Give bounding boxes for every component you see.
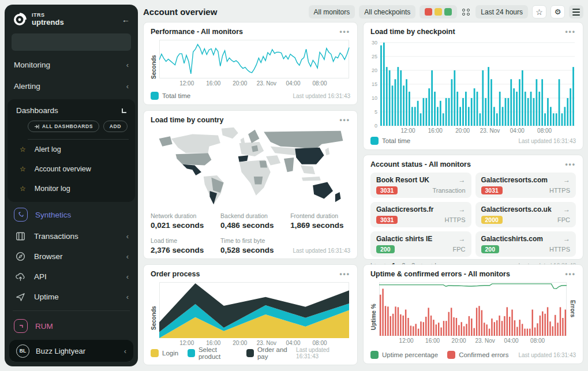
checkpoints-filter-button[interactable]: All checkpoints	[359, 5, 415, 18]
monitor-name: Book Resort UK	[376, 176, 429, 184]
y-axis-label: Seconds	[151, 38, 159, 88]
monitor-tile[interactable]: Galacticresorts.com→ 3031HTTPS	[475, 173, 576, 198]
star-icon: ☆	[20, 145, 26, 153]
monitor-type: HTTPS	[549, 246, 570, 253]
monitors-filter-button[interactable]: All monitors	[309, 5, 355, 18]
settings-button[interactable]: ⚙	[550, 5, 565, 18]
menu-button[interactable]	[569, 5, 583, 18]
sidebar-item-monitoring[interactable]: Monitoring ‹	[12, 54, 131, 76]
arrow-right-icon: →	[459, 235, 466, 243]
card-menu-icon[interactable]: •••	[339, 272, 350, 276]
warning-color-swatch	[435, 8, 442, 16]
dashboards-label: Dashboards	[16, 106, 58, 115]
sidebar-item-browser[interactable]: Browser ‹	[12, 246, 131, 267]
monitor-name: Galacticresorts.fr	[376, 205, 433, 213]
svg-text:04:00: 04:00	[510, 128, 525, 134]
monitor-name: Galacticresorts.co.uk	[481, 205, 552, 213]
sidebar-item-rum[interactable]: RUM	[12, 314, 131, 338]
status-badge: 200	[481, 245, 500, 253]
layout-grid-button[interactable]	[461, 5, 471, 18]
card-title: Account status - All monitors	[370, 160, 471, 168]
monitor-name: Galacticresorts.com	[481, 176, 548, 184]
sidebar-item-transactions[interactable]: Transactions ‹	[12, 226, 131, 246]
order-area-chart[interactable]: 12:0016:0020:0023. Nov04:0008:00	[159, 280, 350, 347]
status-colors-filter-button[interactable]	[420, 5, 457, 18]
sidebar-search-input[interactable]	[12, 33, 131, 51]
monitoring-label: Monitoring	[14, 61, 50, 69]
svg-text:25: 25	[372, 54, 377, 59]
svg-text:04:00: 04:00	[504, 338, 519, 344]
world-map[interactable]	[151, 125, 350, 210]
svg-text:23. Nov: 23. Nov	[257, 80, 276, 87]
brand: ITRS uptrends ←	[12, 10, 131, 28]
status-badge: 200	[376, 245, 395, 253]
monitor-tile[interactable]: Galacticresorts.co.uk→ 2000FPC	[475, 202, 576, 227]
chevron-left-icon: ‹	[126, 253, 129, 260]
svg-text:20:00: 20:00	[233, 80, 247, 87]
performance-card: Performance - All monitors ••• Seconds 1…	[143, 22, 358, 105]
last-updated: Last updated 16:31:43	[293, 248, 350, 254]
svg-text:16:00: 16:00	[206, 340, 220, 346]
card-menu-icon[interactable]: •••	[565, 30, 576, 33]
sidebar-item-api[interactable]: API ‹	[12, 267, 131, 287]
monitor-type: HTTPS	[549, 187, 570, 194]
stat-network-duration: Network duration 0,021 seconds	[151, 212, 220, 230]
star-icon: ☆	[20, 185, 26, 193]
legend-swatch	[151, 92, 159, 100]
svg-text:08:00: 08:00	[530, 338, 545, 344]
ok-color-swatch	[444, 8, 452, 16]
monitor-tile[interactable]: Galactic shirts IE→ 200FPC	[370, 231, 471, 257]
favorite-button[interactable]: ☆	[532, 5, 546, 18]
sidebar-item-infra[interactable]: Infra	[12, 365, 131, 366]
monitor-tile[interactable]: Galacticshirts.com→ 200HTTPS	[475, 231, 576, 257]
country-card: Load time by country •••	[143, 110, 358, 259]
error-color-swatch	[425, 8, 432, 16]
status-badge: 2000	[481, 216, 503, 224]
card-menu-icon[interactable]: •••	[565, 272, 576, 276]
legend-label: Select product	[199, 346, 237, 360]
sidebar-item-alerting[interactable]: Alerting ‹	[12, 76, 131, 97]
legend-swatch	[447, 351, 455, 359]
svg-text:04:00: 04:00	[286, 340, 300, 346]
svg-text:04:00: 04:00	[286, 80, 300, 87]
sidebar-collapse-icon[interactable]: ←	[122, 15, 130, 24]
svg-text:23. Nov: 23. Nov	[257, 340, 276, 346]
sidebar-item-uptime[interactable]: Uptime ‹	[12, 287, 131, 307]
sidebar-item-synthetics[interactable]: Synthetics	[12, 203, 131, 226]
card-menu-icon[interactable]: •••	[339, 118, 350, 122]
card-menu-icon[interactable]: •••	[565, 163, 576, 166]
account-menu[interactable]: BL Buzz Lightyear ‹	[9, 340, 133, 362]
legend-swatch	[151, 349, 159, 357]
monitor-tile[interactable]: Galacticresorts.fr→ 3031HTTPS	[370, 202, 471, 227]
sidebar-item-monitor-log[interactable]: ☆ Monitor log	[14, 179, 129, 198]
card-title: Load time by country	[151, 116, 223, 124]
svg-text:16:00: 16:00	[428, 128, 443, 134]
performance-line-chart[interactable]: 12:0016:0020:0023. Nov04:0008:00	[159, 38, 350, 88]
film-icon	[14, 231, 27, 242]
sidebar-item-account-overview[interactable]: ☆ Account overview	[14, 159, 129, 179]
checkpoint-bar-chart[interactable]: 05101520253012:0016:0020:0023. Nov04:000…	[370, 38, 576, 135]
chevron-left-icon: ‹	[124, 347, 126, 355]
uptime-errors-chart[interactable]: 12:0016:0020:0023. Nov04:0008:00	[379, 280, 568, 345]
sidebar-item-dashboards[interactable]: Dashboards	[14, 100, 129, 119]
all-dashboards-button[interactable]: ALL DASHBOARDS	[28, 121, 99, 132]
sidebar-item-alert-log[interactable]: ☆ Alert log	[14, 140, 129, 159]
card-title: Load time by checkpoint	[370, 28, 455, 36]
monitor-name: Galactic shirts IE	[376, 235, 432, 243]
svg-text:5: 5	[374, 109, 377, 115]
compass-icon	[14, 251, 27, 262]
legend-label: Order and pay	[257, 346, 296, 360]
account-status-card: Account status - All monitors ••• Book R…	[363, 155, 583, 260]
last-updated: Last updated 16:31:43	[293, 93, 350, 99]
arrow-right-icon: →	[459, 205, 466, 213]
time-range-button[interactable]: Last 24 hours	[475, 5, 528, 18]
svg-text:0: 0	[374, 123, 377, 129]
card-menu-icon[interactable]: •••	[339, 30, 350, 33]
legend-label: Login	[162, 350, 178, 357]
add-dashboard-button[interactable]: ADD	[103, 121, 128, 132]
sidebar: ITRS uptrends ← Monitoring ‹ Alerting ‹ …	[5, 5, 138, 366]
status-badge: 3031	[376, 216, 398, 224]
order-process-card: Order process ••• Seconds 12:0016:0020:0…	[143, 264, 358, 365]
stat-backend-duration: Backend duration 0,486 seconds	[220, 212, 290, 230]
monitor-tile[interactable]: Book Resort UK→ 3031Transaction	[370, 173, 471, 198]
